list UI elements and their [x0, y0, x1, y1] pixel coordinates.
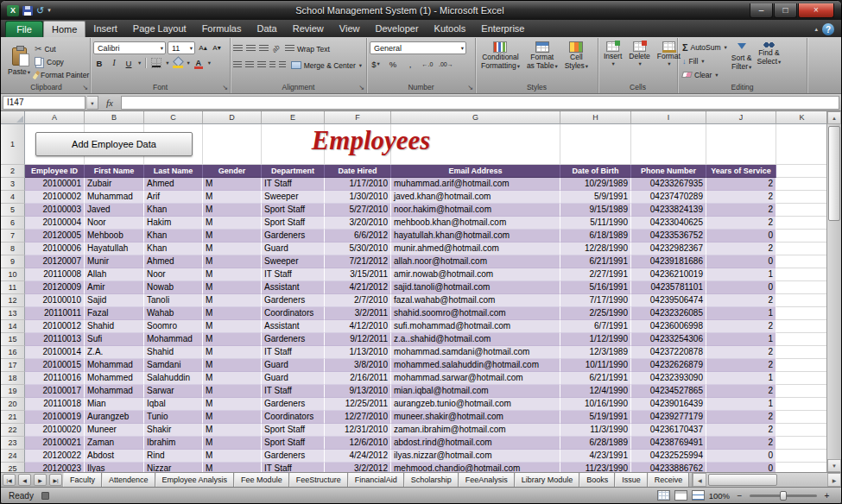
- align-middle-icon[interactable]: [246, 45, 256, 53]
- table-cell[interactable]: 6/18/1989: [560, 230, 631, 243]
- italic-button[interactable]: I: [108, 57, 120, 69]
- table-cell[interactable]: 20100004: [25, 217, 85, 230]
- cell[interactable]: [776, 243, 826, 255]
- table-cell[interactable]: Salahuddin: [144, 372, 203, 385]
- table-cell[interactable]: 4/21/2012: [325, 281, 391, 294]
- table-cell[interactable]: 2: [706, 385, 776, 398]
- table-cell[interactable]: Arif: [144, 191, 203, 204]
- column-header-d[interactable]: D: [203, 111, 262, 124]
- row-header-8[interactable]: 8: [1, 243, 25, 255]
- table-cell[interactable]: mehmood.chandio@hotmail.com: [391, 463, 560, 472]
- table-cell[interactable]: Gardeners: [262, 230, 325, 243]
- table-cell[interactable]: 5/30/2010: [325, 243, 391, 255]
- add-employee-data-button[interactable]: Add Employee Data: [35, 132, 193, 156]
- column-header-b[interactable]: B: [85, 111, 144, 124]
- table-cell[interactable]: 2: [706, 178, 776, 191]
- sheet-tab-receive[interactable]: Receive: [648, 473, 690, 487]
- table-cell[interactable]: 9/12/2011: [325, 333, 391, 346]
- table-cell[interactable]: 20100003: [25, 204, 85, 217]
- minimize-ribbon-icon[interactable]: ▴: [814, 26, 818, 33]
- table-cell[interactable]: 5/19/1991: [560, 411, 631, 424]
- table-cell[interactable]: Zubair: [85, 178, 144, 191]
- font-color-dropdown-icon[interactable]: ▾: [208, 60, 211, 66]
- table-cell[interactable]: shahid.soomro@hotmail.com: [391, 307, 560, 320]
- table-cell[interactable]: 20110018: [25, 398, 85, 411]
- cell[interactable]: [776, 124, 826, 165]
- table-cell[interactable]: Sarwar: [144, 385, 203, 398]
- table-cell[interactable]: M: [203, 255, 262, 268]
- ribbon-tab-review[interactable]: Review: [285, 21, 332, 37]
- table-cell[interactable]: 9/15/1989: [560, 204, 631, 217]
- table-cell[interactable]: 6/6/2012: [325, 230, 391, 243]
- excel-logo-icon[interactable]: X: [7, 5, 19, 16]
- cell[interactable]: [776, 463, 826, 472]
- table-cell[interactable]: allah.noor@hotmail.com: [391, 255, 560, 268]
- table-cell[interactable]: 04235781101: [631, 281, 706, 294]
- table-cell[interactable]: 20120022: [25, 450, 85, 463]
- table-cell[interactable]: mehboob.khan@hotmail.com: [391, 217, 560, 230]
- table-cell[interactable]: 1: [706, 307, 776, 320]
- table-cell[interactable]: Allah: [85, 268, 144, 281]
- table-cell[interactable]: Iqbal: [144, 398, 203, 411]
- table-cell[interactable]: 04239506474: [631, 294, 706, 307]
- table-cell[interactable]: 20100017: [25, 385, 85, 398]
- zoom-out-button[interactable]: −: [734, 491, 745, 501]
- table-cell[interactable]: Sport Staff: [262, 204, 325, 217]
- table-cell[interactable]: 10/11/1990: [560, 359, 631, 372]
- row-header-19[interactable]: 19: [1, 385, 25, 398]
- table-cell[interactable]: 12/3/1989: [560, 346, 631, 359]
- table-cell[interactable]: M: [203, 217, 262, 230]
- align-top-icon[interactable]: [233, 45, 243, 53]
- table-cell[interactable]: 20100006: [25, 243, 85, 255]
- table-header-last-name[interactable]: Last Name: [144, 165, 203, 178]
- zoom-slider-thumb[interactable]: [780, 491, 787, 501]
- row-header-21[interactable]: 21: [1, 411, 25, 424]
- table-cell[interactable]: M: [203, 191, 262, 204]
- table-cell[interactable]: Nizzar: [144, 463, 203, 472]
- table-cell[interactable]: 6/21/1991: [560, 255, 631, 268]
- table-cell[interactable]: 20110011: [25, 307, 85, 320]
- table-cell[interactable]: Muneer: [85, 424, 144, 437]
- table-cell[interactable]: 2: [706, 411, 776, 424]
- table-cell[interactable]: 20110016: [25, 372, 85, 385]
- table-cell[interactable]: Sweeper: [262, 191, 325, 204]
- cell[interactable]: [776, 346, 826, 359]
- table-cell[interactable]: M: [203, 359, 262, 372]
- table-cell[interactable]: M: [203, 230, 262, 243]
- table-cell[interactable]: M: [203, 463, 262, 472]
- table-header-date-hired[interactable]: Date Hired: [325, 165, 391, 178]
- table-cell[interactable]: Abdost: [85, 450, 144, 463]
- table-cell[interactable]: 20120023: [25, 463, 85, 472]
- row-header-4[interactable]: 4: [1, 191, 25, 204]
- cell[interactable]: [776, 333, 826, 346]
- table-cell[interactable]: z.a..shahid@hotmail.com: [391, 333, 560, 346]
- table-cell[interactable]: 04232982367: [631, 243, 706, 255]
- table-cell[interactable]: Nowab: [144, 281, 203, 294]
- table-cell[interactable]: 2: [706, 243, 776, 255]
- table-cell[interactable]: 04237220878: [631, 346, 706, 359]
- fill-color-button[interactable]: [172, 57, 184, 69]
- table-cell[interactable]: Guard: [262, 372, 325, 385]
- table-cell[interactable]: munir.ahmed@hotmail.com: [391, 243, 560, 255]
- table-cell[interactable]: 0: [706, 450, 776, 463]
- table-cell[interactable]: M: [203, 178, 262, 191]
- table-cell[interactable]: 04239277179: [631, 411, 706, 424]
- table-cell[interactable]: M: [203, 424, 262, 437]
- table-cell[interactable]: aurangzeb.tunio@hotmail.com: [391, 398, 560, 411]
- row-header-18[interactable]: 18: [1, 372, 25, 385]
- table-header-date-of-birth[interactable]: Date of Birth: [560, 165, 631, 178]
- table-cell[interactable]: 04237470289: [631, 191, 706, 204]
- cell[interactable]: [203, 124, 262, 165]
- table-cell[interactable]: Sajid: [85, 294, 144, 307]
- table-cell[interactable]: M: [203, 307, 262, 320]
- undo-icon[interactable]: ↺: [36, 5, 44, 16]
- decrease-indent-icon[interactable]: [269, 61, 275, 69]
- zoom-level[interactable]: 100%: [709, 491, 730, 501]
- cell[interactable]: [776, 165, 826, 178]
- table-cell[interactable]: 1: [706, 398, 776, 411]
- select-all-corner[interactable]: [1, 111, 25, 124]
- cell[interactable]: [776, 294, 826, 307]
- table-cell[interactable]: 04233267935: [631, 178, 706, 191]
- table-cell[interactable]: Coordinators: [262, 307, 325, 320]
- table-cell[interactable]: 04236170437: [631, 424, 706, 437]
